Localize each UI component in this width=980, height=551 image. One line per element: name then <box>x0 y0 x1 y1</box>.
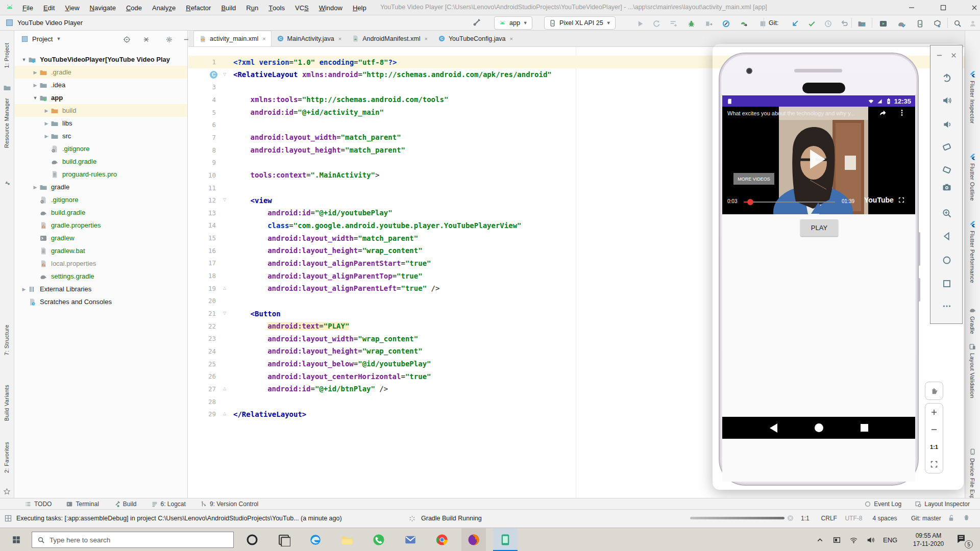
profile-button[interactable] <box>719 17 733 30</box>
menu-build[interactable]: Build <box>216 0 241 15</box>
taskbar-explorer[interactable] <box>335 528 359 551</box>
more-videos-button[interactable]: MORE VIDEOS <box>733 173 774 185</box>
close-icon[interactable] <box>950 52 958 59</box>
tree-item-local.properties[interactable]: local.properties <box>15 257 187 270</box>
sidebar-item-favorites[interactable]: 2: Favorites <box>4 442 10 473</box>
toolwindow-event-log[interactable]: Event Log <box>864 500 901 508</box>
git-revert-button[interactable] <box>837 17 851 30</box>
git-commit-button[interactable] <box>804 17 819 30</box>
tree-item-external-libraries[interactable]: ▶External Libraries <box>15 283 187 295</box>
emulator-plus-button[interactable] <box>927 406 941 419</box>
lock-icon[interactable] <box>947 514 955 522</box>
menu-help[interactable]: Help <box>348 0 372 15</box>
menu-vcs[interactable]: VCS <box>290 0 314 15</box>
status-line-separator[interactable]: CRLF <box>817 515 842 522</box>
status-indent[interactable]: 4 spaces <box>868 515 901 522</box>
nav-home-button[interactable] <box>815 423 823 432</box>
start-button[interactable] <box>4 528 29 551</box>
tree-item-libs[interactable]: ▶libs <box>15 117 187 130</box>
tree-item-.gitignore[interactable]: .gitignore <box>15 142 187 155</box>
tree-caret-collapsed[interactable]: ▶ <box>31 83 39 88</box>
tree-item-build[interactable]: ▶build <box>15 104 187 117</box>
run-config-select[interactable]: app▼ <box>494 16 532 30</box>
gradle-sync-button[interactable] <box>894 17 909 30</box>
apply-changes-button[interactable] <box>736 17 750 30</box>
taskbar-cortana[interactable] <box>240 528 264 551</box>
taskbar-clock[interactable]: 09:55 AM17-11-2020 <box>908 530 949 549</box>
nav-back-button[interactable] <box>770 423 777 433</box>
emulator-back-button[interactable] <box>941 231 952 242</box>
menu-file[interactable]: File <box>17 0 38 15</box>
emulator-rotate-left-button[interactable] <box>941 141 952 153</box>
tree-caret-expanded[interactable]: ▼ <box>20 57 28 62</box>
sidebar-item-gradle[interactable]: Gradle <box>969 316 975 334</box>
tree-caret-collapsed[interactable]: ▶ <box>42 108 51 113</box>
emulator-volume-down-button[interactable] <box>941 119 952 130</box>
tree-item-src[interactable]: ▶src <box>15 130 187 142</box>
nav-overview-button[interactable] <box>861 424 868 432</box>
hector-icon[interactable] <box>963 514 970 522</box>
debug-button[interactable] <box>684 17 698 30</box>
tree-item-gradle.properties[interactable]: gradle.properties <box>15 219 187 232</box>
toolwindow-build[interactable]: Build <box>107 498 143 510</box>
emulator-pan-button[interactable] <box>925 382 943 400</box>
build-menu-button[interactable] <box>666 17 680 30</box>
status-caret-position[interactable]: 1:1 <box>796 515 814 522</box>
video-share-button[interactable] <box>878 109 887 117</box>
fullscreen-icon[interactable] <box>898 196 905 204</box>
menu-tools[interactable]: Tools <box>263 0 290 15</box>
emulator-zoom-button[interactable] <box>941 208 952 219</box>
profile-avatar[interactable] <box>966 17 980 30</box>
video-menu-button[interactable] <box>898 109 906 117</box>
emulator-camera-button[interactable] <box>941 182 952 193</box>
menu-edit[interactable]: Edit <box>38 0 60 15</box>
sidebar-item-flutter-performance[interactable]: Flutter Performance <box>969 231 975 283</box>
emulator-home-button[interactable] <box>941 255 952 266</box>
share-icon[interactable] <box>878 109 887 117</box>
taskbar-mail[interactable] <box>398 528 423 551</box>
device-select[interactable]: Pixel XL API 25▼ <box>544 16 616 30</box>
toolwindow-toggle-button[interactable] <box>4 514 12 522</box>
sidebar-item-layout-validation[interactable]: Layout Validation <box>969 353 975 398</box>
wrench-icon[interactable] <box>472 18 481 27</box>
app-play-button[interactable]: PLAY <box>800 219 838 236</box>
project-structure-button[interactable] <box>854 17 869 30</box>
seekbar-track[interactable] <box>753 202 835 203</box>
avd-manager-button[interactable] <box>876 17 890 30</box>
fold-marker[interactable]: △ <box>223 386 226 391</box>
tab-close-icon[interactable]: × <box>338 36 341 42</box>
tree-caret-collapsed[interactable]: ▶ <box>31 185 39 190</box>
emulator-minus-button[interactable] <box>927 423 941 436</box>
tree-item-gradlew[interactable]: gradlew <box>15 232 187 244</box>
menu-run[interactable]: Run <box>241 0 263 15</box>
collapse-all-button[interactable] <box>139 33 153 46</box>
tree-item-youtubevideoplayer[interactable]: ▼YouTubeVideoPlayer [YouTube Video Play <box>15 53 187 66</box>
tree-item-scratches-and-consoles[interactable]: Scratches and Consoles <box>15 295 187 308</box>
kebab-icon[interactable] <box>898 109 906 117</box>
fold-marker[interactable]: ▽ <box>223 311 226 315</box>
tab-androidmanifest-xml[interactable]: AndroidManifest.xml× <box>347 31 433 46</box>
toolwindow-9-version-control[interactable]: 9: Version Control <box>194 498 264 510</box>
taskbar-phone-green[interactable] <box>366 528 391 551</box>
tree-item-gradle[interactable]: ▶gradle <box>15 181 187 193</box>
close-button[interactable] <box>968 2 980 13</box>
minimize-icon[interactable] <box>936 52 943 59</box>
tab-close-icon[interactable]: × <box>262 36 265 42</box>
maximize-button[interactable] <box>937 2 949 13</box>
sdk-manager-button[interactable] <box>930 17 944 30</box>
tree-caret-collapsed[interactable]: ▶ <box>42 134 51 139</box>
tree-item-build.gradle[interactable]: build.gradle <box>15 206 187 219</box>
panel-settings-button[interactable] <box>162 33 176 46</box>
menu-code[interactable]: Code <box>121 0 147 15</box>
fullscreen-button[interactable] <box>898 196 905 204</box>
tree-caret-collapsed[interactable]: ▶ <box>31 70 39 75</box>
tree-item-settings.gradle[interactable]: settings.gradle <box>15 270 187 283</box>
tab-mainactivity-java[interactable]: CMainActivity.java× <box>272 31 347 46</box>
search-everywhere-button[interactable] <box>950 17 965 30</box>
readonly-lock-button[interactable] <box>947 514 955 522</box>
tab-close-icon[interactable]: × <box>510 36 513 42</box>
taskbar-task-view[interactable] <box>272 528 296 551</box>
tab-youtubeconfig-java[interactable]: CYouTubeConfig.java× <box>433 31 518 46</box>
emulator-power-button[interactable] <box>941 72 952 83</box>
git-history-button[interactable] <box>821 17 835 30</box>
